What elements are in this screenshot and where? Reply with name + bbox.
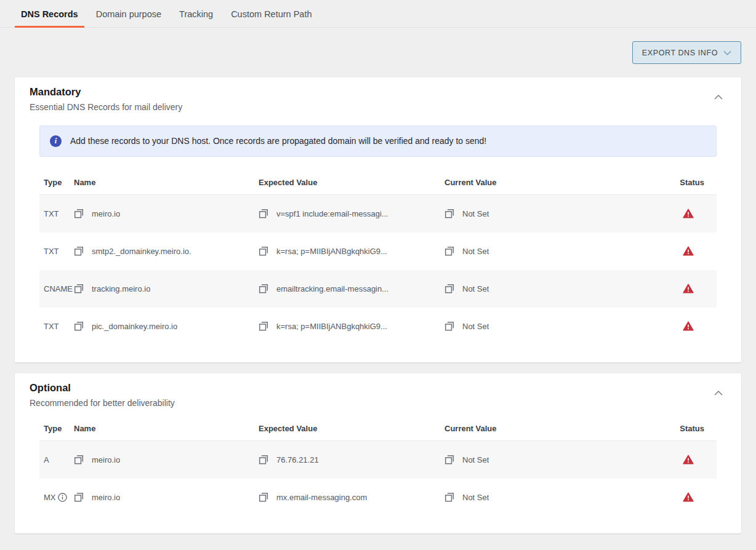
current-value: Not Set bbox=[462, 493, 489, 502]
record-type: A bbox=[39, 455, 74, 464]
copy-icon[interactable] bbox=[444, 492, 454, 502]
record-name-cell: meiro.io bbox=[74, 209, 259, 218]
expected-value-cell: v=spf1 include:email-messagi... bbox=[259, 209, 444, 218]
current-value: Not Set bbox=[462, 209, 489, 218]
current-value-cell: Not Set bbox=[444, 284, 629, 293]
record-status-cell bbox=[629, 246, 717, 256]
tab-tracking[interactable]: Tracking bbox=[173, 0, 219, 28]
table-header: Type Name Expected Value Current Value S… bbox=[39, 172, 717, 195]
copy-icon[interactable] bbox=[259, 284, 268, 293]
current-value-cell: Not Set bbox=[444, 321, 629, 331]
copy-icon[interactable] bbox=[259, 246, 268, 256]
info-circle-icon[interactable] bbox=[58, 493, 67, 502]
collapse-toggle-icon[interactable] bbox=[710, 386, 726, 401]
info-banner-text: Add these records to your DNS host. Once… bbox=[70, 136, 486, 146]
record-type: TXT bbox=[39, 209, 74, 218]
copy-icon[interactable] bbox=[444, 246, 454, 256]
record-name: pic._domainkey.meiro.io bbox=[92, 322, 177, 331]
table-row: TXT meiro.io v=spf1 include:email-messag… bbox=[39, 195, 717, 233]
record-name-cell: tracking.meiro.io bbox=[74, 284, 259, 293]
table-header: Type Name Expected Value Current Value S… bbox=[39, 418, 717, 441]
expected-value-cell: 76.76.21.21 bbox=[259, 455, 444, 464]
tab-dns-records[interactable]: DNS Records bbox=[15, 0, 84, 28]
expected-value-cell: k=rsa; p=MIIBIjANBgkqhkiG9... bbox=[259, 321, 444, 331]
optional-card-header: Optional Recommended for better delivera… bbox=[30, 382, 726, 408]
column-name: Name bbox=[74, 178, 259, 187]
tab-bar: DNS Records Domain purpose Tracking Cust… bbox=[0, 0, 756, 28]
warning-icon bbox=[683, 209, 694, 218]
section-subtitle: Essential DNS Records for mail delivery bbox=[30, 102, 182, 112]
expected-value-cell: mx.email-messaging.com bbox=[259, 492, 444, 502]
record-type: TXT bbox=[39, 322, 74, 331]
toolbar: EXPORT DNS INFO bbox=[0, 28, 756, 64]
record-name: meiro.io bbox=[92, 493, 120, 502]
column-expected-value: Expected Value bbox=[259, 178, 444, 187]
collapse-toggle-icon[interactable] bbox=[710, 90, 726, 105]
dns-records-table: Type Name Expected Value Current Value S… bbox=[39, 418, 717, 516]
copy-icon[interactable] bbox=[74, 492, 84, 502]
table-row: CNAME tracking.meiro.io emailtracking.em… bbox=[39, 270, 717, 308]
record-name: smtp2._domainkey.meiro.io. bbox=[92, 247, 191, 256]
dns-records-table: Type Name Expected Value Current Value S… bbox=[39, 172, 717, 345]
export-dns-info-label: EXPORT DNS INFO bbox=[642, 49, 718, 57]
warning-icon bbox=[683, 321, 694, 331]
expected-value: 76.76.21.21 bbox=[276, 455, 319, 464]
mandatory-card-header: Mandatory Essential DNS Records for mail… bbox=[30, 86, 726, 112]
copy-icon[interactable] bbox=[74, 321, 84, 331]
copy-icon[interactable] bbox=[259, 209, 268, 218]
section-subtitle: Recommended for better deliverability bbox=[30, 398, 175, 408]
column-name: Name bbox=[74, 424, 259, 433]
current-value: Not Set bbox=[462, 455, 489, 464]
table-row: TXT pic._domainkey.meiro.io k=rsa; p=MII… bbox=[39, 308, 717, 345]
copy-icon[interactable] bbox=[259, 455, 268, 464]
record-type: TXT bbox=[39, 247, 74, 256]
record-name: tracking.meiro.io bbox=[92, 284, 150, 293]
column-expected-value: Expected Value bbox=[259, 424, 444, 433]
record-name-cell: pic._domainkey.meiro.io bbox=[74, 321, 259, 331]
record-status-cell bbox=[629, 284, 717, 293]
export-dns-info-button[interactable]: EXPORT DNS INFO bbox=[632, 41, 741, 64]
expected-value: mx.email-messaging.com bbox=[276, 493, 367, 502]
tab-domain-purpose[interactable]: Domain purpose bbox=[90, 0, 167, 28]
expected-value: k=rsa; p=MIIBIjANBgkqhkiG9... bbox=[276, 322, 387, 331]
copy-icon[interactable] bbox=[444, 455, 454, 464]
copy-icon[interactable] bbox=[74, 209, 84, 218]
current-value-cell: Not Set bbox=[444, 492, 629, 502]
table-row: MX meiro.io mx.email-messaging.com Not S… bbox=[39, 479, 717, 516]
current-value-cell: Not Set bbox=[444, 209, 629, 218]
tab-custom-return-path[interactable]: Custom Return Path bbox=[225, 0, 318, 28]
warning-icon bbox=[683, 246, 694, 256]
current-value: Not Set bbox=[462, 284, 489, 293]
copy-icon[interactable] bbox=[444, 321, 454, 331]
record-status-cell bbox=[629, 455, 717, 464]
expected-value: v=spf1 include:email-messagi... bbox=[276, 209, 388, 218]
chevron-down-icon bbox=[723, 50, 731, 55]
info-banner: i Add these records to your DNS host. On… bbox=[39, 126, 717, 157]
record-name-cell: meiro.io bbox=[74, 492, 259, 502]
copy-icon[interactable] bbox=[74, 246, 84, 256]
record-name-cell: meiro.io bbox=[74, 455, 259, 464]
copy-icon[interactable] bbox=[74, 455, 84, 464]
record-type: MX bbox=[39, 492, 74, 502]
record-status-cell bbox=[629, 209, 717, 218]
copy-icon[interactable] bbox=[444, 209, 454, 218]
column-current-value: Current Value bbox=[444, 178, 629, 187]
warning-icon bbox=[683, 455, 694, 464]
copy-icon[interactable] bbox=[74, 284, 84, 293]
column-type: Type bbox=[39, 178, 74, 187]
record-name-cell: smtp2._domainkey.meiro.io. bbox=[74, 246, 259, 256]
record-name: meiro.io bbox=[92, 209, 120, 218]
copy-icon[interactable] bbox=[259, 492, 268, 502]
table-row: TXT smtp2._domainkey.meiro.io. k=rsa; p=… bbox=[39, 233, 717, 270]
expected-value: emailtracking.email-messagin... bbox=[276, 284, 388, 293]
current-value: Not Set bbox=[462, 322, 489, 331]
record-status-cell bbox=[629, 321, 717, 331]
expected-value-cell: emailtracking.email-messagin... bbox=[259, 284, 444, 293]
copy-icon[interactable] bbox=[444, 284, 454, 293]
expected-value-cell: k=rsa; p=MIIBIjANBgkqhkiG9... bbox=[259, 246, 444, 256]
current-value: Not Set bbox=[462, 247, 489, 256]
copy-icon[interactable] bbox=[259, 321, 268, 331]
section-title: Mandatory bbox=[30, 86, 182, 98]
info-icon: i bbox=[50, 135, 62, 147]
column-status: Status bbox=[629, 178, 717, 187]
